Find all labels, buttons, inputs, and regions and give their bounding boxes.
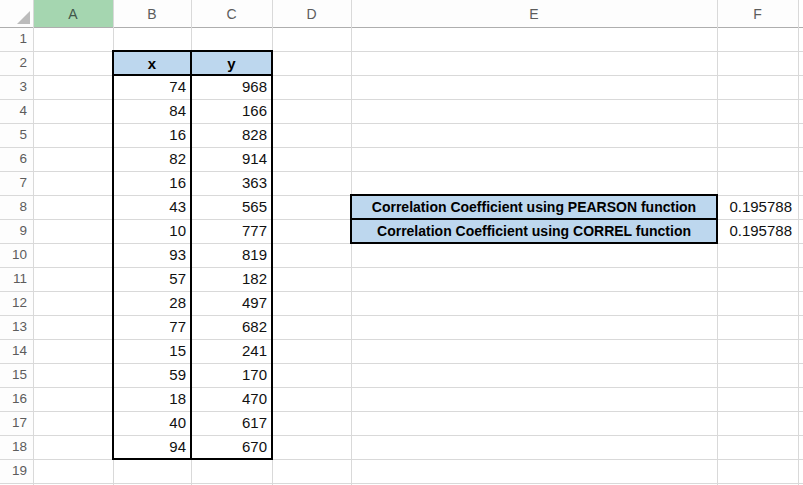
cell-C9[interactable]: 777: [191, 219, 272, 243]
cell-C8[interactable]: 565: [191, 195, 272, 219]
cell-C6[interactable]: 914: [191, 147, 272, 171]
row-header-7[interactable]: 7: [0, 171, 33, 195]
cell-C5[interactable]: 828: [191, 123, 272, 147]
cell-C16[interactable]: 470: [191, 387, 272, 411]
cell-C12[interactable]: 497: [191, 291, 272, 315]
row-header-19[interactable]: 19: [0, 459, 33, 483]
row-header-17[interactable]: 17: [0, 411, 33, 435]
row-header-8[interactable]: 8: [0, 195, 33, 219]
row-header-6[interactable]: 6: [0, 147, 33, 171]
cell-C7[interactable]: 363: [191, 171, 272, 195]
row-header-18[interactable]: 18: [0, 435, 33, 459]
row-header-9[interactable]: 9: [0, 219, 33, 243]
row-header-3[interactable]: 3: [0, 75, 33, 99]
cell-B2-x-header[interactable]: x: [113, 51, 191, 75]
row-header-10[interactable]: 10: [0, 243, 33, 267]
cell-B18[interactable]: 94: [113, 435, 191, 459]
column-header-E[interactable]: E: [351, 0, 717, 27]
cell-C10[interactable]: 819: [191, 243, 272, 267]
select-all-triangle-icon: [17, 11, 30, 24]
row-header-15[interactable]: 15: [0, 363, 33, 387]
cell-C2-y-header[interactable]: y: [191, 51, 272, 75]
select-all-corner[interactable]: [0, 0, 33, 27]
row-header-14[interactable]: 14: [0, 339, 33, 363]
row-header-12[interactable]: 12: [0, 291, 33, 315]
column-header-C[interactable]: C: [191, 0, 272, 27]
cell-B9[interactable]: 10: [113, 219, 191, 243]
column-header-D[interactable]: D: [272, 0, 351, 27]
cell-B3[interactable]: 74: [113, 75, 191, 99]
cell-C11[interactable]: 182: [191, 267, 272, 291]
row-header-11[interactable]: 11: [0, 267, 33, 291]
cell-B8[interactable]: 43: [113, 195, 191, 219]
cell-B5[interactable]: 16: [113, 123, 191, 147]
column-header-B[interactable]: B: [113, 0, 191, 27]
column-header-A[interactable]: A: [33, 0, 113, 27]
cell-C17[interactable]: 617: [191, 411, 272, 435]
cell-B6[interactable]: 82: [113, 147, 191, 171]
cell-E8-pearson-label[interactable]: Correlation Coefficient using PEARSON fu…: [351, 195, 717, 219]
row-header-4[interactable]: 4: [0, 99, 33, 123]
cell-B12[interactable]: 28: [113, 291, 191, 315]
cell-B11[interactable]: 57: [113, 267, 191, 291]
cell-C14[interactable]: 241: [191, 339, 272, 363]
header-underline: [0, 27, 803, 28]
cell-B15[interactable]: 59: [113, 363, 191, 387]
gridline: [0, 459, 803, 460]
cell-C4[interactable]: 166: [191, 99, 272, 123]
row-header-2[interactable]: 2: [0, 51, 33, 75]
cell-F8-pearson-value[interactable]: 0.195788: [717, 195, 798, 219]
row-header-5[interactable]: 5: [0, 123, 33, 147]
cell-B17[interactable]: 40: [113, 411, 191, 435]
row-header-16[interactable]: 16: [0, 387, 33, 411]
cell-B16[interactable]: 18: [113, 387, 191, 411]
gridline: [0, 483, 803, 484]
cell-B13[interactable]: 77: [113, 315, 191, 339]
cell-C13[interactable]: 682: [191, 315, 272, 339]
cell-F9-correl-value[interactable]: 0.195788: [717, 219, 798, 243]
row-header-13[interactable]: 13: [0, 315, 33, 339]
cell-B7[interactable]: 16: [113, 171, 191, 195]
cell-B4[interactable]: 84: [113, 99, 191, 123]
cell-C3[interactable]: 968: [191, 75, 272, 99]
cell-B14[interactable]: 15: [113, 339, 191, 363]
cell-C18[interactable]: 670: [191, 435, 272, 459]
spreadsheet: x y Correlation Coefficient using PEARSO…: [0, 0, 803, 485]
cell-E9-correl-label[interactable]: Correlation Coefficient using CORREL fun…: [351, 219, 717, 243]
column-header-F[interactable]: F: [717, 0, 798, 27]
row-header-1[interactable]: 1: [0, 27, 33, 51]
cell-C15[interactable]: 170: [191, 363, 272, 387]
cell-B10[interactable]: 93: [113, 243, 191, 267]
